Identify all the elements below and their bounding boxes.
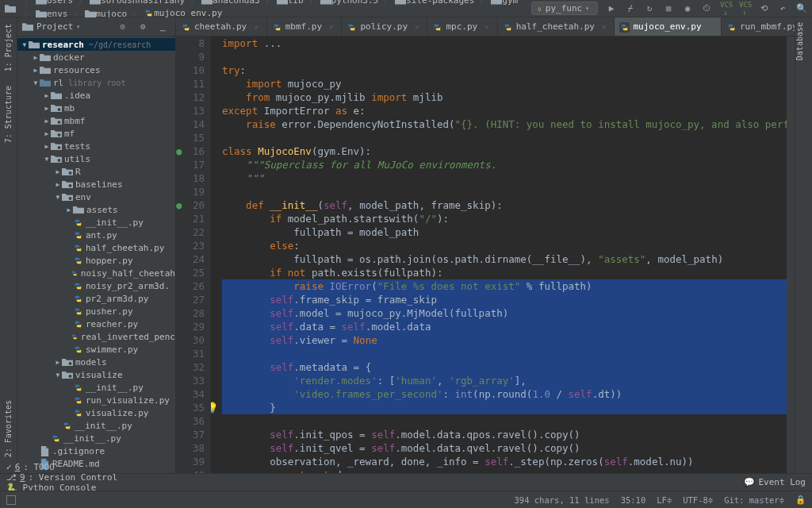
status-line-sep[interactable]: LF≑ (657, 495, 672, 505)
tree-item[interactable]: ▶assets (17, 203, 175, 216)
tree-item[interactable]: half_cheetah.py (17, 241, 175, 254)
close-icon[interactable]: ✕ (415, 23, 419, 31)
coverage-icon[interactable]: ◉ (682, 3, 693, 13)
breadcrumb-root[interactable] (5, 4, 19, 13)
editor-tab[interactable]: cheetah.py✕ (176, 17, 267, 36)
breadcrumb-segment[interactable]: lib (277, 0, 304, 6)
breadcrumb-segment[interactable]: Users (36, 0, 73, 6)
line-number[interactable]: 30 (176, 333, 205, 347)
search-icon[interactable]: 🔍 (796, 3, 807, 13)
close-icon[interactable]: ✕ (709, 23, 713, 31)
vcs-update-icon[interactable]: VCS↓ (720, 1, 731, 17)
line-number[interactable]: 24 (176, 252, 205, 266)
editor-tab[interactable]: mbmf.py✕ (267, 17, 343, 36)
code-line[interactable]: self.model = mujoco_py.MjModel(fullpath) (222, 306, 787, 320)
code-line[interactable]: try: (222, 64, 787, 77)
code-line[interactable]: ⊟ (222, 50, 787, 64)
line-number[interactable]: 19 (176, 185, 205, 198)
line-number[interactable]: 36 (176, 414, 205, 428)
tree-item[interactable]: ▶models (17, 356, 175, 368)
line-number[interactable]: 9 (176, 50, 205, 64)
line-number[interactable]: ●16 (176, 144, 205, 158)
breadcrumb-segment[interactable]: soroushnasiriany (90, 0, 185, 6)
tree-item[interactable]: ▶tests (17, 140, 175, 152)
close-icon[interactable]: ✕ (485, 23, 488, 31)
tree-item[interactable]: real_inverted_penc (17, 330, 175, 343)
code-body[interactable]: import ...⊟try: import mujoco_py from mu… (211, 37, 787, 473)
line-number[interactable]: 29 (176, 320, 205, 333)
code-line[interactable]: ⊟ self.metadata = { (222, 360, 787, 374)
tool-structure[interactable]: 7: Structure (4, 83, 13, 146)
event-log-tab[interactable]: 💬 Event Log (744, 477, 806, 487)
code-line[interactable]: if model_path.startswith("/"): (222, 212, 787, 225)
tree-item[interactable]: ▼visualize (17, 368, 175, 381)
code-line[interactable]: self.init_qvel = self.model.data.qvel.ra… (222, 441, 787, 455)
line-number[interactable]: 22 (176, 225, 205, 239)
code-line[interactable]: from mujoco_py.mjlib import mjlib (222, 90, 787, 104)
code-line[interactable]: 💡 } (222, 401, 787, 414)
editor-tab[interactable]: mpc.py✕ (427, 17, 497, 36)
code-line[interactable]: self.viewer = None (222, 333, 787, 347)
code-line[interactable]: 'video.frames_per_second': int(np.round(… (222, 387, 787, 401)
status-overview-icon[interactable] (6, 495, 16, 505)
editor-tab[interactable]: run_mbmf.py✕ (722, 17, 795, 36)
close-icon[interactable]: ✕ (602, 23, 606, 31)
code-line[interactable]: fullpath = model_path (222, 225, 787, 239)
tree-item[interactable]: __init__.py (17, 432, 175, 444)
tree-item[interactable]: pr2_arm3d.py (17, 292, 175, 305)
line-number[interactable]: 39 (176, 455, 205, 468)
editor-tab[interactable]: half_cheetah.py✕ (498, 17, 615, 36)
code-area[interactable]: 89101112131415●16171819●2021222324252627… (176, 37, 795, 473)
breadcrumb-segment[interactable]: anaconda3 (201, 0, 260, 6)
tree-item[interactable]: ▶baselines (17, 178, 175, 190)
line-number[interactable]: 26 (176, 279, 205, 293)
line-number[interactable]: 33 (176, 374, 205, 387)
tree-item[interactable]: noisy_half_cheetah (17, 267, 175, 279)
line-number[interactable]: 37 (176, 428, 205, 441)
tree-item[interactable]: ▼utils (17, 152, 175, 165)
tool-favorites[interactable]: 2: Favorites (4, 397, 13, 460)
editor-tab[interactable]: policy.py✕ (342, 17, 427, 36)
tool-project[interactable]: 1: Project (4, 21, 13, 75)
code-line[interactable]: observation, _reward, done, _info = self… (222, 455, 787, 468)
line-number[interactable]: 17 (176, 158, 205, 171)
code-line[interactable]: """ (222, 171, 787, 185)
line-number[interactable]: 11 (176, 77, 205, 90)
line-number[interactable]: 21 (176, 212, 205, 225)
line-number[interactable]: 35 (176, 401, 205, 414)
code-line[interactable]: 'render.modes': ['human', 'rgb_array'], (222, 374, 787, 387)
rerun-icon[interactable]: ↻ (644, 3, 655, 13)
code-line[interactable]: if not path.exists(fullpath): (222, 266, 787, 279)
gutter[interactable]: 89101112131415●16171819●2021222324252627… (176, 37, 211, 473)
code-line[interactable]: else: (222, 239, 787, 252)
line-number[interactable]: 13 (176, 104, 205, 117)
debug-icon[interactable]: ⌿ (625, 3, 636, 13)
tree-item[interactable]: ▶R (17, 165, 175, 178)
breadcrumb-segment[interactable]: mujoco_env.py (144, 8, 222, 18)
tree-item[interactable]: __init__.py (17, 381, 175, 394)
project-tree[interactable]: ▼research~/gd/research▶docker▶resources▼… (17, 37, 175, 473)
breadcrumb-segment[interactable]: site-packages (395, 0, 474, 6)
intention-bulb-icon[interactable]: 💡 (211, 401, 219, 414)
lock-icon[interactable]: 🔒 (795, 495, 806, 505)
line-number[interactable]: ●20 (176, 198, 205, 212)
line-number[interactable]: 38 (176, 441, 205, 455)
tree-item[interactable]: ▶mf (17, 127, 175, 140)
bottom-tool-tab[interactable]: ⎇ 9: Version Control (6, 472, 117, 483)
line-number[interactable]: 12 (176, 90, 205, 104)
project-header-actions[interactable]: ⊙ ⚙ ⎯ (121, 21, 171, 32)
tree-item[interactable]: reacher.py (17, 318, 175, 330)
code-line[interactable]: import mujoco_py (222, 77, 787, 90)
line-number[interactable]: 8 (176, 37, 205, 50)
tree-item[interactable]: __init__.py (17, 419, 175, 432)
line-number[interactable]: 18 (176, 171, 205, 185)
code-line[interactable]: fullpath = os.path.join(os.path.dirname(… (222, 252, 787, 266)
code-line[interactable]: ⊟class MujocoEnv(gym.Env): (222, 144, 787, 158)
line-number[interactable]: 27 (176, 293, 205, 306)
tree-item[interactable]: ant.py (17, 229, 175, 241)
status-encoding[interactable]: UTF-8≑ (683, 495, 713, 505)
tree-item[interactable]: ▶mbmf (17, 114, 175, 127)
tree-item[interactable]: ▶mb (17, 102, 175, 114)
profile-icon[interactable]: ⏲ (701, 3, 712, 13)
vcs-commit-icon[interactable]: VCS↑ (739, 1, 750, 17)
